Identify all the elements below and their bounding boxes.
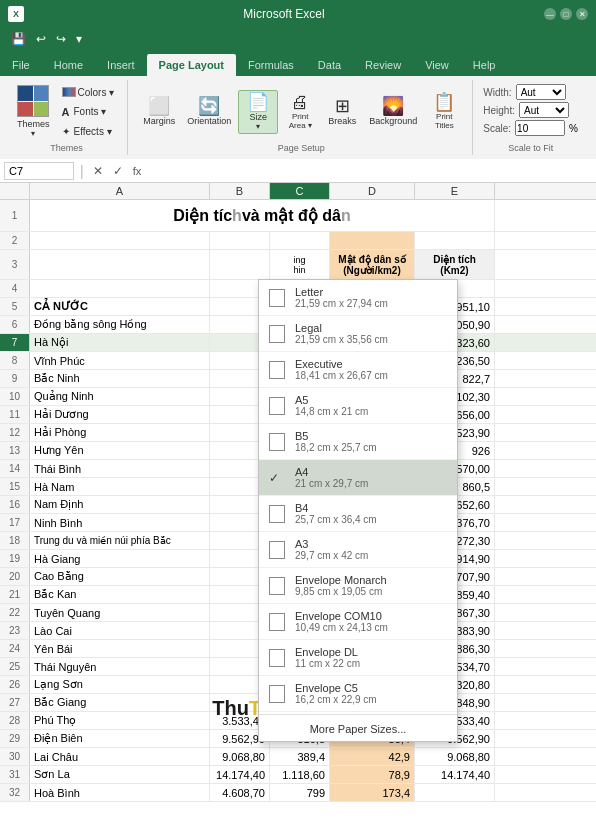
scale-group-label: Scale to Fit: [508, 141, 553, 153]
redo-btn[interactable]: ↪: [53, 30, 69, 48]
maximize-btn[interactable]: □: [560, 8, 572, 20]
width-label: Width:: [483, 87, 511, 98]
tab-formulas[interactable]: Formulas: [236, 54, 306, 76]
insert-function-btn[interactable]: fx: [130, 164, 145, 178]
size-executive[interactable]: Executive 18,41 cm x 26,67 cm: [259, 352, 457, 388]
scale-to-fit-group: Width: Aut Height: Aut Scale: % Scale to…: [475, 80, 586, 155]
page-setup-group: ⬜ Margins 🔄 Orientation 📄 Size ▾ 🖨 Print…: [130, 80, 473, 155]
tab-file[interactable]: File: [0, 54, 42, 76]
dd-separator: [259, 714, 457, 715]
executive-icon: [269, 361, 285, 379]
margins-button[interactable]: ⬜ Margins: [138, 94, 180, 129]
title-bar: X Microsoft Excel — □ ✕: [0, 0, 596, 28]
col-header-a[interactable]: A: [30, 183, 210, 199]
size-b5[interactable]: B5 18,2 cm x 25,7 cm: [259, 424, 457, 460]
quick-access-toolbar: 💾 ↩ ↪ ▾: [0, 28, 596, 50]
table-row: 30 Lai Châu 9.068,80 389,4 42,9 9.068,80: [0, 748, 596, 766]
close-btn[interactable]: ✕: [576, 8, 588, 20]
orientation-button[interactable]: 🔄 Orientation: [182, 94, 236, 129]
envelope-dl-icon: [269, 649, 285, 667]
col-header-e[interactable]: E: [415, 183, 495, 199]
page-setup-group-label: Page Setup: [278, 141, 325, 153]
col-header-b[interactable]: B: [210, 183, 270, 199]
title-bar-controls: — □ ✕: [544, 8, 588, 20]
size-envelope-c5[interactable]: Envelope C5 16,2 cm x 22,9 cm: [259, 676, 457, 712]
tab-insert[interactable]: Insert: [95, 54, 147, 76]
cancel-formula-btn[interactable]: ✕: [90, 163, 106, 179]
a3-icon: [269, 541, 285, 559]
envelope-monarch-icon: [269, 577, 285, 595]
area-header: Diện tích(Km2): [415, 250, 495, 279]
confirm-formula-btn[interactable]: ✓: [110, 163, 126, 179]
name-box[interactable]: [4, 162, 74, 180]
size-a5[interactable]: A5 14,8 cm x 21 cm: [259, 388, 457, 424]
formula-input[interactable]: [148, 165, 592, 177]
size-a3[interactable]: A3 29,7 cm x 42 cm: [259, 532, 457, 568]
excel-icon: X: [8, 6, 24, 22]
save-btn[interactable]: 💾: [8, 30, 29, 48]
size-envelope-dl[interactable]: Envelope DL 11 cm x 22 cm: [259, 640, 457, 676]
themes-sub-buttons: Colors ▾ A Fonts ▾ ✦ Effects ▾: [57, 84, 120, 140]
undo-btn[interactable]: ↩: [33, 30, 49, 48]
fonts-button[interactable]: A Fonts ▾: [57, 103, 120, 121]
table-row: 31 Sơn La 14.174,40 1.118,60 78,9 14.174…: [0, 766, 596, 784]
formula-sep: |: [78, 163, 86, 179]
a5-icon: [269, 397, 285, 415]
more-paper-sizes-btn[interactable]: More Paper Sizes...: [259, 717, 457, 741]
qa-dropdown-btn[interactable]: ▾: [73, 30, 85, 48]
print-area-button[interactable]: 🖨 PrintArea ▾: [280, 90, 320, 133]
tab-review[interactable]: Review: [353, 54, 413, 76]
table-row: 1 Diện tích và mật độ dân: [0, 200, 596, 232]
size-button[interactable]: 📄 Size ▾: [238, 90, 278, 134]
size-b4[interactable]: B4 25,7 cm x 36,4 cm: [259, 496, 457, 532]
title-bar-title: Microsoft Excel: [24, 7, 544, 21]
ribbon-tab-bar: File Home Insert Page Layout Formulas Da…: [0, 50, 596, 76]
row-number-header: [0, 183, 30, 199]
b5-icon: [269, 433, 285, 451]
size-envelope-monarch[interactable]: Envelope Monarch 9,85 cm x 19,05 cm: [259, 568, 457, 604]
density-header: Mật độ dân số(Người/km2): [330, 250, 415, 279]
effects-button[interactable]: ✦ Effects ▾: [57, 123, 120, 140]
height-select[interactable]: Aut: [519, 102, 569, 118]
col-header-c[interactable]: C: [270, 183, 330, 199]
height-label: Height:: [483, 105, 515, 116]
tab-help[interactable]: Help: [461, 54, 508, 76]
title-bar-left: X: [8, 6, 24, 22]
envelope-c5-icon: [269, 685, 285, 703]
ribbon-content: Themes ▾ Colors ▾ A Fonts ▾ ✦ Effects ▾: [0, 76, 596, 159]
col-header-d[interactable]: D: [330, 183, 415, 199]
formula-bar: | ✕ ✓ fx: [0, 159, 596, 183]
table-row: 2: [0, 232, 596, 250]
envelope-com10-icon: [269, 613, 285, 631]
size-envelope-com10[interactable]: Envelope COM10 10,49 cm x 24,13 cm: [259, 604, 457, 640]
size-legal[interactable]: Legal 21,59 cm x 35,56 cm: [259, 316, 457, 352]
table-row: 3 inghin Mật độ dân số(Người/km2) Diện t…: [0, 250, 596, 280]
size-a4[interactable]: ✓ A4 21 cm x 29,7 cm: [259, 460, 457, 496]
tab-home[interactable]: Home: [42, 54, 95, 76]
size-letter[interactable]: Letter 21,59 cm x 27,94 cm: [259, 280, 457, 316]
legal-icon: [269, 325, 285, 343]
b4-icon: [269, 505, 285, 523]
scale-label: Scale:: [483, 123, 511, 134]
breaks-button[interactable]: ⊞ Breaks: [322, 94, 362, 129]
tab-data[interactable]: Data: [306, 54, 353, 76]
a4-checkmark: ✓: [269, 471, 279, 485]
themes-group-label: Themes: [14, 141, 119, 153]
tab-view[interactable]: View: [413, 54, 461, 76]
title-cell: Diện tích và mật độ dân: [30, 200, 495, 231]
size-dropdown[interactable]: Letter 21,59 cm x 27,94 cm Legal 21,59 c…: [258, 279, 458, 742]
tab-page-layout[interactable]: Page Layout: [147, 54, 236, 76]
table-row: 32 Hoà Bình 4.608,70 799 173,4: [0, 784, 596, 802]
letter-icon: [269, 289, 285, 307]
themes-group: Themes ▾ Colors ▾ A Fonts ▾ ✦ Effects ▾: [6, 80, 128, 155]
column-headers: A B C D E: [0, 183, 596, 200]
colors-button[interactable]: Colors ▾: [57, 84, 120, 101]
background-button[interactable]: 🌄 Background: [364, 94, 422, 129]
themes-button[interactable]: Themes ▾: [14, 82, 53, 141]
page-setup-buttons: ⬜ Margins 🔄 Orientation 📄 Size ▾ 🖨 Print…: [138, 82, 464, 141]
scale-input[interactable]: [515, 120, 565, 136]
print-titles-button[interactable]: 📋 PrintTitles: [424, 90, 464, 133]
minimize-btn[interactable]: —: [544, 8, 556, 20]
width-select[interactable]: Aut: [516, 84, 566, 100]
